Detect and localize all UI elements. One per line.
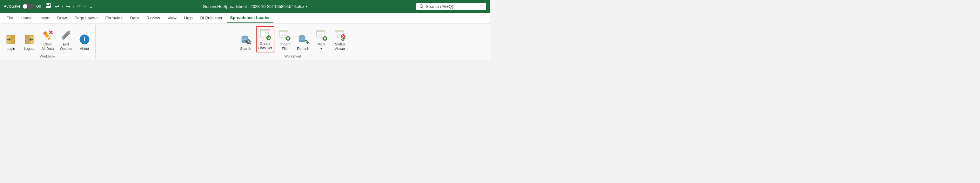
- search-db-icon: [239, 33, 252, 46]
- title-bar: AutoSave Off ↩ ▾ ↪ ▾ ☞ ▾ ⌄ GenericHdlSpr…: [0, 0, 490, 13]
- about-button[interactable]: i About: [76, 32, 93, 52]
- clear-icon: [41, 29, 54, 41]
- save-icon[interactable]: [44, 2, 52, 11]
- edit-options-label: Edit Options: [60, 42, 72, 51]
- worksheet-buttons: Search: [237, 26, 348, 54]
- workbook-buttons: Login Logout: [3, 26, 93, 54]
- search-placeholder: Search (Alt+Q): [426, 4, 453, 9]
- create-data-set-button[interactable]: Create Data Set: [256, 26, 275, 53]
- menu-item-insert[interactable]: Insert: [35, 14, 54, 22]
- autosave-section: AutoSave Off: [4, 3, 41, 9]
- ribbon-group-worksheet: Search: [95, 25, 490, 59]
- svg-rect-8: [25, 35, 30, 43]
- svg-rect-66: [325, 36, 325, 37]
- menu-item-draw[interactable]: Draw: [53, 14, 70, 22]
- menu-item-review[interactable]: Review: [143, 14, 164, 22]
- customize-icon[interactable]: ⌄: [88, 3, 94, 10]
- import-icon: [278, 29, 291, 41]
- undo-icon[interactable]: ↩: [54, 3, 60, 10]
- clear-all-data-label: Clear All Data: [41, 42, 54, 51]
- svg-rect-71: [335, 30, 343, 32]
- toggle-knob: [23, 4, 27, 9]
- import-file-label: Import File: [280, 42, 290, 51]
- autosave-toggle[interactable]: [22, 3, 34, 9]
- about-icon: i: [78, 33, 91, 46]
- svg-rect-51: [288, 36, 288, 37]
- menu-item-help[interactable]: Help: [180, 14, 197, 22]
- login-label: Login: [7, 46, 15, 51]
- svg-rect-67: [325, 40, 325, 41]
- svg-rect-28: [260, 30, 270, 31]
- refresh-button[interactable]: Refresh: [295, 32, 311, 52]
- more-icon: [315, 29, 328, 41]
- logout-label: Logout: [24, 46, 35, 51]
- svg-point-65: [324, 38, 326, 40]
- worksheet-group-label: Worksheet: [285, 54, 301, 58]
- edit-options-button[interactable]: Edit Options: [58, 27, 74, 53]
- refresh-icon: [297, 33, 309, 46]
- svg-rect-40: [270, 38, 271, 38]
- menu-item-home[interactable]: Home: [17, 14, 35, 22]
- menu-item-formulas[interactable]: Formulas: [102, 14, 126, 22]
- svg-rect-52: [288, 40, 288, 41]
- search-box[interactable]: Search (Alt+Q): [416, 3, 486, 10]
- touch-dropdown[interactable]: ▾: [84, 5, 86, 9]
- svg-rect-59: [317, 30, 325, 32]
- svg-rect-54: [290, 38, 291, 39]
- edit-icon: [60, 29, 72, 41]
- menu-item-data[interactable]: Data: [126, 14, 143, 22]
- menu-item-view[interactable]: View: [164, 14, 180, 22]
- svg-rect-39: [266, 38, 267, 38]
- status-viewer-button[interactable]: Status Viewer: [331, 27, 348, 53]
- search-label: Search: [240, 46, 251, 51]
- quick-access-toolbar: ↩ ▾ ↪ ▾ ☞ ▾ ⌄: [44, 2, 94, 11]
- logout-button[interactable]: Logout: [21, 32, 37, 52]
- svg-point-57: [299, 40, 305, 42]
- login-button[interactable]: Login: [3, 32, 19, 52]
- svg-rect-68: [323, 38, 324, 39]
- menu-bar: File Home Insert Draw Page Layout Formul…: [0, 13, 490, 24]
- menu-item-file[interactable]: File: [3, 14, 17, 22]
- clear-all-data-button[interactable]: Clear All Data: [40, 27, 56, 53]
- svg-point-3: [420, 5, 423, 8]
- more-label: More ▾: [318, 42, 326, 51]
- svg-rect-2: [46, 6, 50, 8]
- window-title: GenericHdlSpreadsheet - 2023-10-25T15585…: [97, 4, 413, 9]
- about-label: About: [80, 46, 89, 51]
- svg-rect-38: [268, 35, 269, 36]
- status-viewer-label: Status Viewer: [335, 42, 345, 51]
- search-icon: [420, 4, 424, 9]
- status-icon: [333, 29, 346, 41]
- logout-icon: [23, 33, 35, 46]
- title-dropdown-icon[interactable]: ▾: [305, 5, 307, 9]
- menu-item-bi-publisher[interactable]: BI Publisher: [197, 14, 226, 22]
- menu-item-page-layout[interactable]: Page Layout: [71, 14, 102, 22]
- svg-text:i: i: [84, 36, 86, 43]
- search-button[interactable]: Search: [237, 32, 254, 52]
- svg-rect-53: [286, 38, 287, 39]
- title-text: GenericHdlSpreadsheet - 2023-10-25T15585…: [203, 4, 304, 9]
- svg-rect-44: [280, 30, 288, 32]
- redo-dropdown[interactable]: ▾: [73, 5, 75, 9]
- import-file-button[interactable]: Import File: [276, 27, 293, 53]
- touch-icon[interactable]: ☞: [76, 3, 83, 10]
- svg-point-50: [287, 38, 289, 40]
- undo-dropdown[interactable]: ▾: [62, 5, 64, 9]
- login-icon: [5, 33, 17, 46]
- workbook-group-label: Workbook: [40, 54, 55, 58]
- more-button[interactable]: More ▾: [313, 27, 329, 53]
- svg-rect-5: [11, 35, 15, 43]
- create-dataset-icon: [259, 28, 272, 41]
- refresh-label: Refresh: [297, 46, 309, 51]
- svg-point-16: [62, 37, 64, 39]
- svg-rect-1: [47, 3, 49, 5]
- redo-icon[interactable]: ↪: [65, 3, 72, 10]
- svg-line-26: [250, 43, 251, 44]
- svg-rect-69: [326, 38, 328, 39]
- ribbon: Login Logout: [0, 24, 490, 60]
- svg-line-4: [423, 7, 424, 9]
- menu-item-spreadsheet-loader[interactable]: Spreadsheet Loader: [226, 13, 274, 22]
- autosave-label: AutoSave: [4, 4, 20, 9]
- create-data-set-label: Create Data Set: [258, 41, 272, 51]
- toggle-state-label: Off: [36, 5, 41, 8]
